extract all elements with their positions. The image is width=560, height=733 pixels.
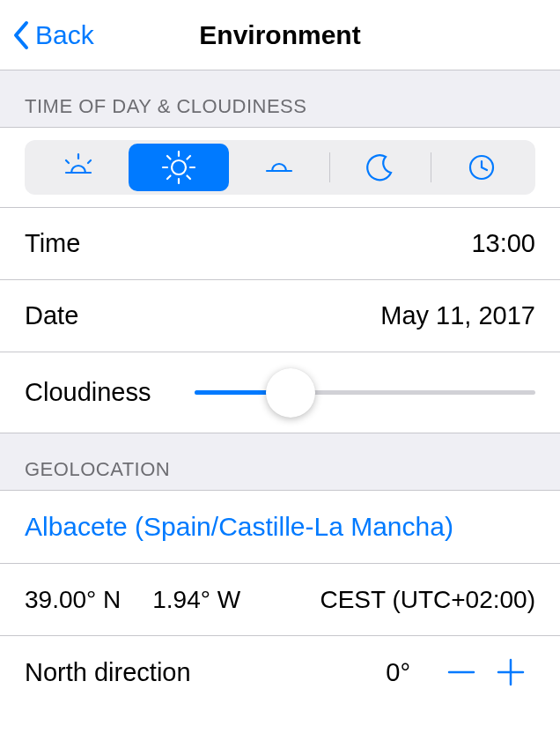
segment-sun[interactable] — [129, 144, 229, 191]
moon-icon — [365, 152, 396, 183]
cloudiness-label: Cloudiness — [25, 378, 151, 407]
time-of-day-segmented — [25, 140, 535, 195]
sunset-icon — [262, 150, 297, 185]
increment-button[interactable] — [486, 655, 535, 690]
plus-icon — [493, 655, 528, 690]
chevron-left-icon — [12, 20, 30, 50]
back-button[interactable]: Back — [0, 20, 94, 50]
date-value: May 11, 2017 — [380, 301, 535, 330]
north-label: North direction — [25, 658, 191, 687]
sun-icon — [159, 148, 198, 187]
location-name: Albacete (Spain/Castille-La Mancha) — [25, 512, 453, 541]
slider-thumb[interactable] — [266, 368, 315, 418]
minus-icon — [444, 655, 479, 690]
time-row[interactable]: Time 13:00 — [0, 208, 560, 280]
date-label: Date — [25, 301, 78, 330]
svg-point-0 — [172, 160, 186, 174]
time-value: 13:00 — [471, 229, 535, 258]
date-row[interactable]: Date May 11, 2017 — [0, 280, 560, 352]
north-direction-row: North direction 0° — [0, 636, 560, 708]
decrement-button[interactable] — [437, 655, 486, 690]
north-value: 0° — [386, 658, 410, 687]
cloudiness-slider[interactable] — [195, 366, 535, 419]
location-link[interactable]: Albacete (Spain/Castille-La Mancha) — [0, 491, 560, 564]
segment-sunrise[interactable] — [28, 144, 129, 191]
segment-sunset[interactable] — [229, 144, 329, 191]
back-label: Back — [35, 20, 94, 50]
timezone-value: CEST (UTC+02:00) — [320, 586, 535, 614]
cloudiness-row: Cloudiness — [0, 352, 560, 433]
coordinates-row: 39.00° N 1.94° W CEST (UTC+02:00) — [0, 564, 560, 636]
clock-icon — [467, 152, 497, 182]
sunrise-icon — [61, 150, 96, 185]
latitude-value: 39.00° N — [25, 586, 121, 614]
time-label: Time — [25, 229, 80, 258]
nav-bar: Back Environment — [0, 0, 560, 70]
longitude-value: 1.94° W — [152, 586, 240, 614]
time-of-day-segment-wrap — [0, 128, 560, 208]
segment-moon[interactable] — [330, 144, 431, 191]
segment-clock[interactable] — [431, 144, 532, 191]
section-header-time: TIME OF DAY & CLOUDINESS — [0, 70, 560, 128]
section-header-geolocation: GEOLOCATION — [0, 433, 560, 491]
